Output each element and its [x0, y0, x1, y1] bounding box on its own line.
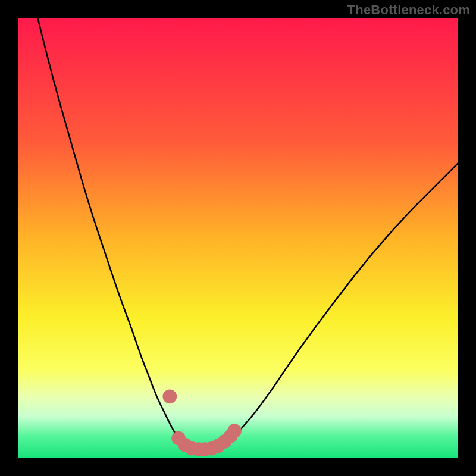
watermark-label: TheBottleneck.com [347, 2, 470, 18]
outer-frame: TheBottleneck.com [0, 0, 476, 476]
right-curve [207, 163, 458, 449]
marker-group [162, 390, 241, 456]
plot-area [18, 18, 458, 458]
marker-dot [162, 390, 177, 404]
chart-svg [18, 18, 458, 458]
left-curve [37, 18, 207, 449]
marker-dot [227, 424, 242, 438]
